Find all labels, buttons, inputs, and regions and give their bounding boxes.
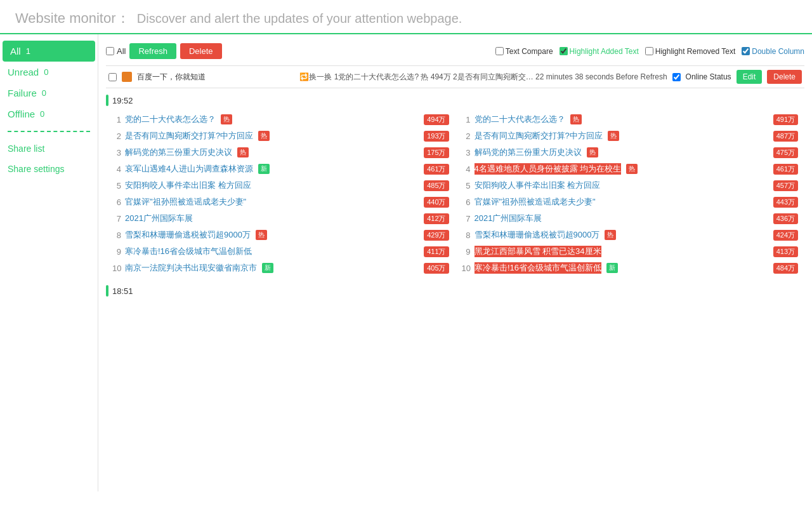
highlight-removed-checkbox[interactable] [645, 47, 653, 55]
item-count: 429万 [424, 230, 449, 241]
item-num: 5 [112, 181, 121, 190]
time-text: 19:52 [112, 96, 133, 105]
delete-toolbar-button[interactable]: Delete [180, 43, 222, 59]
item-link[interactable]: 是否有同立陶宛断交打算?中方回应 [125, 130, 253, 142]
right-col-0: 1党的二十大代表怎么选？热491万2是否有同立陶宛断交打算?中方回应热487万3… [455, 109, 805, 279]
all-checkbox[interactable] [106, 47, 114, 55]
item-num: 9 [462, 247, 471, 257]
list-item-right-0-8: 9黑龙江西部暴风雪 积雪已达34厘米413万 [461, 243, 800, 260]
item-num: 2 [112, 131, 121, 141]
item-link[interactable]: 哀军山遇难4人进山为调查森林资源 [125, 163, 253, 175]
sidebar-item-label: Failure [8, 88, 37, 98]
site-title: 百度一下，你就知道 [137, 72, 294, 83]
item-num: 5 [462, 181, 471, 190]
item-link[interactable]: 雪梨和林珊珊偷逃税被罚超9000万 [125, 229, 251, 241]
hot-badge: 热 [221, 114, 232, 124]
sidebar-item-label: Offline [8, 109, 35, 119]
sidebar-item-unread[interactable]: Unread0 [0, 62, 98, 83]
item-link[interactable]: 官媒评"祖孙照被造谣成老夫少妻" [125, 196, 246, 208]
item-link[interactable]: 安阳狗咬人事件牵出旧案 检方回应 [475, 180, 601, 191]
toolbar: All Refresh Delete Text Compare Highligh… [106, 39, 804, 65]
sidebar-link-share-list[interactable]: Share list [0, 138, 98, 159]
item-count: 411万 [424, 246, 449, 257]
list-item-left-0-8: 9寒冷暴击!16省会级城市气温创新低411万 [111, 243, 450, 260]
item-link[interactable]: 党的二十大代表怎么选？ [475, 114, 565, 125]
item-link[interactable]: 雪梨和林珊珊偷逃税被罚超9000万 [475, 229, 600, 241]
item-link[interactable]: 党的二十大代表怎么选？ [125, 114, 216, 125]
item-link[interactable]: 是否有同立陶宛断交打算?中方回应 [475, 130, 603, 142]
hot-badge: 热 [587, 147, 598, 157]
item-link[interactable]: 4名遇难地质人员身份被披露 均为在校生 [475, 163, 622, 175]
new-badge: 新 [258, 164, 270, 174]
sidebar-link-share-settings[interactable]: Share settings [0, 159, 98, 179]
item-count: 494万 [424, 114, 449, 125]
section-1: 18:51 [106, 285, 804, 297]
item-link[interactable]: 2021广州国际车展 [125, 213, 193, 224]
item-num: 3 [112, 148, 121, 157]
online-status-checkbox[interactable] [672, 73, 681, 81]
site-row: 百度一下，你就知道 🔁换一换 1党的二十大代表怎么选? 热 494万 2是否有同… [106, 65, 804, 88]
item-count: 405万 [424, 263, 449, 274]
hot-badge: 热 [258, 131, 270, 141]
text-compare-checkbox[interactable] [495, 47, 504, 55]
left-col-0: 1党的二十大代表怎么选？热494万2是否有同立陶宛断交打算?中方回应热193万3… [106, 109, 455, 279]
item-count: 193万 [424, 131, 449, 142]
double-column-checkbox[interactable] [742, 47, 750, 55]
sidebar-item-all[interactable]: All1 [3, 41, 95, 62]
item-link[interactable]: 寒冷暴击!16省会级城市气温创新低 [125, 246, 252, 257]
list-item-left-0-3: 4哀军山遇难4人进山为调查森林资源新461万 [111, 161, 450, 177]
sidebar-item-failure[interactable]: Failure0 [0, 83, 98, 104]
list-item-right-0-0: 1党的二十大代表怎么选？热491万 [461, 111, 800, 128]
site-icon [122, 72, 132, 82]
list-item-right-0-4: 5安阳狗咬人事件牵出旧案 检方回应457万 [461, 177, 800, 194]
item-num: 10 [462, 264, 471, 273]
delete-row-button[interactable]: Delete [767, 70, 802, 84]
list-item-right-0-5: 6官媒评"祖孙照被造谣成老夫少妻"443万 [461, 194, 800, 210]
highlight-removed-label[interactable]: Highlight Removed Text [645, 47, 736, 56]
item-link[interactable]: 官媒评"祖孙照被造谣成老夫少妻" [475, 196, 596, 208]
hot-badge: 热 [237, 147, 249, 157]
time-label-0: 19:52 [106, 95, 804, 106]
page-title: Website monitor： Discover and alert the … [10, 8, 802, 28]
time-bar [106, 95, 108, 106]
item-link[interactable]: 南京一法院判决书出现安徽省南京市 [125, 262, 257, 274]
sidebar-badge: 0 [42, 88, 46, 98]
item-link[interactable]: 解码党的第三份重大历史决议 [475, 147, 582, 158]
double-column-label[interactable]: Double Column [742, 47, 804, 56]
all-checkbox-label[interactable]: All [106, 46, 126, 56]
highlight-added-label[interactable]: Highlight Added Text [560, 47, 639, 56]
item-count: 413万 [773, 246, 798, 257]
list-item-left-0-2: 3解码党的第三份重大历史决议热175万 [111, 144, 450, 161]
site-checkbox[interactable] [108, 73, 117, 81]
list-item-left-0-1: 2是否有同立陶宛断交打算?中方回应热193万 [111, 128, 450, 144]
list-item-right-0-2: 3解码党的第三份重大历史决议热475万 [461, 144, 800, 161]
item-link[interactable]: 解码党的第三份重大历史决议 [125, 147, 232, 158]
sections-container: 19:521党的二十大代表怎么选？热494万2是否有同立陶宛断交打算?中方回应热… [106, 95, 804, 297]
refresh-button[interactable]: Refresh [129, 43, 176, 59]
sidebar-badge: 0 [40, 109, 44, 119]
highlight-added-checkbox[interactable] [560, 47, 568, 55]
new-badge: 新 [262, 263, 273, 273]
item-num: 7 [462, 214, 471, 224]
double-col-0: 1党的二十大代表怎么选？热494万2是否有同立陶宛断交打算?中方回应热193万3… [106, 109, 804, 279]
item-count: 461万 [773, 164, 798, 175]
title-main: Website monitor： [15, 10, 130, 26]
item-link[interactable]: 黑龙江西部暴风雪 积雪已达34厘米 [475, 246, 601, 257]
item-num: 9 [112, 247, 121, 257]
item-link[interactable]: 安阳狗咬人事件牵出旧案 检方回应 [125, 180, 251, 191]
edit-button[interactable]: Edit [737, 70, 763, 84]
item-num: 1 [112, 115, 121, 124]
new-badge: 新 [606, 263, 618, 273]
item-num: 2 [462, 131, 471, 141]
item-count: 436万 [773, 213, 798, 224]
sidebar-divider [8, 131, 90, 132]
online-status-label: Online Status [686, 72, 731, 81]
list-item-left-0-7: 8雪梨和林珊珊偷逃税被罚超9000万热429万 [111, 227, 450, 243]
text-compare-label[interactable]: Text Compare [495, 47, 553, 56]
item-link[interactable]: 寒冷暴击!16省会级城市气温创新低 [475, 262, 601, 274]
item-link[interactable]: 2021广州国际车展 [475, 213, 542, 224]
item-num: 8 [112, 231, 121, 240]
section-0: 19:521党的二十大代表怎么选？热494万2是否有同立陶宛断交打算?中方回应热… [106, 95, 804, 279]
list-item-left-0-6: 72021广州国际车展412万 [111, 210, 450, 227]
sidebar-item-offline[interactable]: Offline0 [0, 104, 98, 124]
